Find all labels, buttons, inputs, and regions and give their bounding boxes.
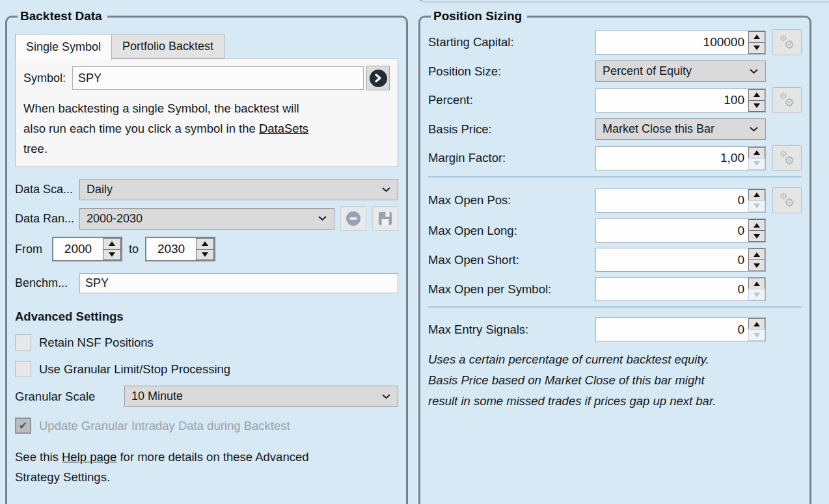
minus-circle-icon xyxy=(346,211,361,226)
single-symbol-description: When backtesting a single Symbol, the ba… xyxy=(23,98,390,159)
previous-groupbox-bottom-edge xyxy=(418,0,829,3)
data-range-select[interactable]: 2000-2030 xyxy=(79,208,334,230)
granular-processing-checkbox[interactable] xyxy=(15,361,31,377)
from-year-up-button[interactable] xyxy=(103,238,121,250)
starting-capital-input[interactable] xyxy=(596,31,748,54)
backtest-data-title: Backtest Data xyxy=(18,9,107,23)
max-entry-signals-up-button[interactable] xyxy=(748,318,765,330)
advanced-help-text: See this Help page for more details on t… xyxy=(15,447,398,487)
from-year-down-button[interactable] xyxy=(103,249,121,261)
section-divider xyxy=(428,176,802,178)
position-sizing-title: Position Sizing xyxy=(431,9,527,23)
percent-down-button[interactable] xyxy=(748,100,765,112)
margin-factor-down-button xyxy=(748,158,765,170)
to-label: to xyxy=(129,243,139,256)
max-open-pos-settings-button: ⚙⚙ xyxy=(772,187,802,213)
gear-icon: ⚙ xyxy=(784,39,795,51)
from-label: From xyxy=(15,243,46,256)
margin-factor-label: Margin Factor: xyxy=(428,151,595,165)
symbol-input[interactable] xyxy=(72,66,364,90)
backtest-data-groupbox: Backtest Data Single Symbol Portfolio Ba… xyxy=(5,9,408,504)
retain-nsf-checkbox[interactable] xyxy=(15,334,31,351)
max-open-long-input[interactable] xyxy=(596,219,748,242)
chevron-down-icon xyxy=(382,394,390,399)
data-scale-value: Daily xyxy=(87,183,113,196)
max-open-per-symbol-up-button[interactable] xyxy=(748,278,765,289)
chevron-down-icon xyxy=(382,187,390,192)
starting-capital-settings-button: ⚙⚙ xyxy=(772,29,802,55)
max-open-pos-input[interactable] xyxy=(596,189,748,212)
data-range-value: 2000-2030 xyxy=(87,212,143,226)
max-open-pos-up-button[interactable] xyxy=(748,189,765,201)
max-open-long-up-button[interactable] xyxy=(748,219,765,231)
data-scale-select[interactable]: Daily xyxy=(79,179,398,200)
from-year-input[interactable] xyxy=(53,238,103,260)
max-open-short-label: Max Open Short: xyxy=(428,253,595,267)
to-year-up-button[interactable] xyxy=(196,238,214,250)
checkmark-icon: ✔ xyxy=(19,419,27,432)
basis-price-label: Basis Price: xyxy=(428,122,595,137)
from-year-spinner xyxy=(52,237,122,261)
max-open-pos-spinner xyxy=(595,189,766,213)
remove-range-button xyxy=(340,206,366,231)
max-entry-signals-label: Max Entry Signals: xyxy=(428,323,595,337)
starting-capital-down-button[interactable] xyxy=(748,42,765,54)
description-line-1: When backtesting a single Symbol, the ba… xyxy=(23,98,390,118)
chevron-down-icon xyxy=(750,69,758,74)
percent-up-button[interactable] xyxy=(748,89,765,101)
single-symbol-panel: Symbol: When backtesting a single Symbol… xyxy=(15,59,398,167)
datasets-link[interactable]: DataSets xyxy=(259,122,308,135)
max-open-per-symbol-input[interactable] xyxy=(596,278,748,300)
max-open-pos-down-button xyxy=(748,200,765,212)
tab-portfolio-backtest[interactable]: Portfolio Backtest xyxy=(112,34,224,59)
granular-processing-label: Use Granular Limit/Stop Processing xyxy=(39,362,230,377)
margin-factor-settings-button: ⚙⚙ xyxy=(772,145,802,171)
help-line-1: See this Help page for more details on t… xyxy=(15,447,398,467)
gear-icon: ⚙ xyxy=(784,197,795,209)
starting-capital-up-button[interactable] xyxy=(748,31,765,43)
starting-capital-spinner xyxy=(595,31,766,55)
advanced-settings-heading: Advanced Settings xyxy=(15,310,398,324)
margin-factor-spinner xyxy=(595,146,766,170)
basis-price-select[interactable]: Market Close this Bar xyxy=(595,118,766,140)
starting-capital-label: Starting Capital: xyxy=(428,35,595,49)
max-open-per-symbol-down-button xyxy=(748,289,765,300)
max-open-long-label: Max Open Long: xyxy=(428,224,595,238)
help-line-2: Strategy Settings. xyxy=(15,467,398,487)
basis-price-value: Market Close this Bar xyxy=(603,122,714,136)
margin-factor-up-button[interactable] xyxy=(748,147,765,159)
max-open-per-symbol-label: Max Open per Symbol: xyxy=(428,282,595,297)
to-year-down-button[interactable] xyxy=(196,249,214,261)
position-size-label: Position Size: xyxy=(428,64,595,79)
data-range-label: Data Ran... xyxy=(15,212,79,226)
backtest-tab-strip: Single Symbol Portfolio Backtest xyxy=(15,34,398,59)
max-entry-signals-input[interactable] xyxy=(596,318,748,341)
help-page-link[interactable]: Help page xyxy=(62,450,116,464)
percent-label: Percent: xyxy=(428,93,595,107)
position-sizing-groupbox: Position Sizing Starting Capital: ⚙⚙ Pos… xyxy=(418,9,811,504)
max-open-short-down-button[interactable] xyxy=(748,259,765,271)
margin-factor-input[interactable] xyxy=(596,147,748,170)
tab-single-symbol[interactable]: Single Symbol xyxy=(15,34,112,60)
section-divider xyxy=(428,306,802,308)
save-icon xyxy=(377,211,393,226)
note-line-1: Uses a certain percentage of current bac… xyxy=(428,349,802,370)
max-open-short-spinner xyxy=(595,248,766,272)
max-open-short-input[interactable] xyxy=(596,248,748,271)
max-open-long-down-button[interactable] xyxy=(748,230,765,242)
symbol-label: Symbol: xyxy=(23,72,66,85)
symbol-go-button[interactable] xyxy=(366,66,390,90)
max-open-short-up-button[interactable] xyxy=(748,248,765,260)
percent-input[interactable] xyxy=(596,89,748,112)
granular-scale-label: Granular Scale xyxy=(15,390,124,404)
percent-spinner xyxy=(595,88,766,113)
benchmark-input[interactable] xyxy=(79,273,398,293)
position-sizing-note: Uses a certain percentage of current bac… xyxy=(428,349,802,412)
max-entry-signals-spinner xyxy=(595,317,766,341)
update-granular-checkbox: ✔ xyxy=(15,418,31,434)
granular-scale-select[interactable]: 10 Minute xyxy=(124,386,398,407)
note-line-3: result in some missed trades if prices g… xyxy=(428,391,802,412)
position-size-select[interactable]: Percent of Equity xyxy=(595,60,766,82)
to-year-input[interactable] xyxy=(146,238,196,260)
chevron-right-icon xyxy=(370,70,387,87)
